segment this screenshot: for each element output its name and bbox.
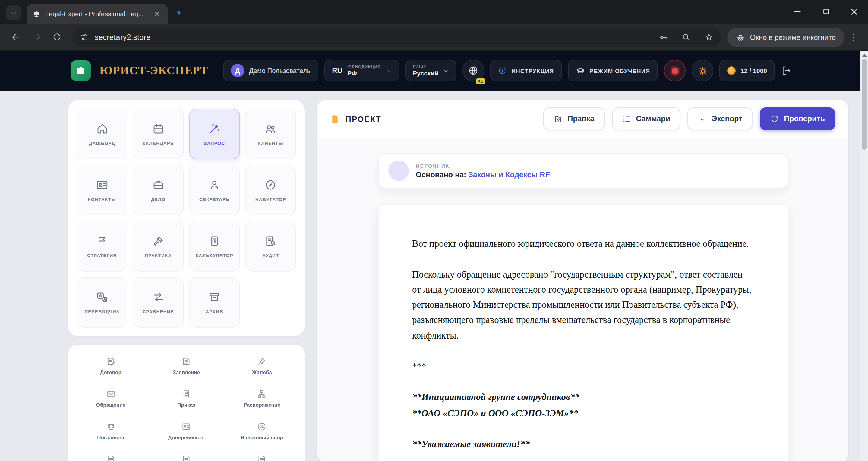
document-icon — [331, 114, 339, 123]
tool-tile-audit[interactable]: АУДИТ — [245, 221, 297, 271]
browser-menu-button[interactable]: ⋮ — [845, 27, 862, 47]
site-settings-icon[interactable] — [80, 33, 89, 41]
instruction-button[interactable]: ИНСТРУКЦИЯ — [490, 60, 562, 82]
source-card: ИСТОЧНИК Основано на: Законы и Кодексы R… — [378, 153, 788, 188]
statement-doc-icon — [182, 356, 191, 366]
search-icon — [681, 33, 690, 41]
tool-tile-navigator[interactable]: НАВИГАТОР — [245, 165, 297, 215]
tool-tile-clients[interactable]: КЛИЕНТЫ — [245, 109, 297, 159]
source-avatar — [388, 161, 408, 181]
tool-tile-practice[interactable]: ПРАКТИКА — [133, 221, 184, 271]
tool-tile-secretary[interactable]: СЕКРЕТАРЬ — [189, 165, 240, 215]
url-text[interactable]: secretary2.store — [95, 33, 649, 41]
back-icon — [10, 32, 21, 42]
person-icon — [208, 178, 221, 191]
tools-grid-card: ДАШБОРД КАЛЕНДАРЬ ЗАПРОС КЛИЕНТЫ КОНТАКТ… — [68, 100, 305, 336]
template-item-order[interactable]: Приказ — [149, 389, 224, 422]
tool-tile-calculator[interactable]: КАЛЬКУЛЯТОР — [189, 221, 240, 271]
tool-tile-dashboard[interactable]: ДАШБОРД — [76, 109, 127, 159]
token-count: 12 / 1000 — [741, 67, 767, 74]
new-tab-button[interactable]: + — [171, 5, 187, 21]
page-scrollbar[interactable] — [861, 51, 868, 461]
template-item-statement[interactable]: Заявление — [149, 356, 224, 389]
template-item[interactable] — [149, 454, 224, 461]
tool-label: КОНТАКТЫ — [88, 196, 116, 202]
edit-button[interactable]: Правка — [543, 107, 604, 130]
language-select[interactable]: ЯЗЫК Русский — [405, 60, 457, 82]
doc-icon — [182, 454, 191, 461]
template-item-directive[interactable]: Распоряжение — [224, 389, 300, 422]
logout-icon[interactable] — [781, 65, 792, 76]
calculator-icon — [208, 234, 221, 247]
chevron-down-icon — [443, 68, 448, 73]
password-manager-button[interactable] — [655, 29, 672, 46]
browser-tab[interactable]: Legal-Expert - Professional Leg... ✕ — [27, 4, 167, 24]
template-item-appeal[interactable]: Обращение — [73, 389, 149, 422]
flag-icon — [96, 234, 108, 247]
alert-button[interactable] — [664, 60, 686, 82]
forward-button[interactable] — [27, 27, 46, 47]
gavel-icon — [152, 234, 165, 247]
globe-button[interactable]: RU — [463, 60, 484, 82]
compare-icon — [152, 291, 165, 303]
doc-paragraph: **Инициативной группе сотрудников** — [412, 389, 753, 404]
scrollbar-thumb[interactable] — [862, 59, 867, 150]
home-icon — [96, 122, 108, 135]
check-button[interactable]: Проверить — [760, 107, 835, 130]
back-button[interactable] — [6, 27, 25, 47]
source-link[interactable]: Законы и Кодексы RF — [468, 170, 550, 179]
briefcase-icon — [152, 178, 165, 191]
project-panel: ПРОЕКТ Правка Саммари Экспорт — [317, 100, 848, 461]
browser-toolbar: secretary2.store Окно в режиме инкогнито… — [0, 24, 868, 51]
tool-tile-contacts[interactable]: КОНТАКТЫ — [76, 165, 127, 215]
draft-document[interactable]: Вот проект официального юридического отв… — [378, 204, 788, 461]
training-mode-button[interactable]: РЕЖИМ ОБУЧЕНИЯ — [568, 60, 658, 82]
tool-tile-translator[interactable]: ПЕРЕВОДЧИК — [76, 277, 127, 328]
tool-label: НАВИГАТОР — [255, 196, 286, 202]
tool-label: ДЕЛО — [151, 196, 165, 202]
template-item-power-of-attorney[interactable]: Доверенность — [149, 422, 224, 454]
window-minimize-button[interactable] — [783, 0, 812, 23]
address-bar[interactable]: secretary2.store — [72, 27, 721, 47]
translate-icon — [96, 291, 108, 303]
contact-card-icon — [96, 178, 108, 191]
tool-tile-calendar[interactable]: КАЛЕНДАРЬ — [133, 109, 184, 159]
template-item[interactable] — [224, 454, 300, 461]
doc-paragraph: Вот проект официального юридического отв… — [412, 236, 753, 251]
template-item-complaint[interactable]: Жалоба — [224, 356, 300, 389]
search-lens-button[interactable] — [678, 29, 694, 46]
user-menu[interactable]: Д Демо Пользователь — [223, 60, 318, 82]
token-counter[interactable]: 12 / 1000 — [719, 60, 775, 82]
template-item[interactable] — [73, 454, 149, 461]
template-item-tax-dispute[interactable]: Налоговый спор — [224, 422, 300, 454]
reload-button[interactable] — [47, 27, 66, 47]
jurisdiction-select[interactable]: RU ЮРИСДИКЦИЯ РФ — [324, 60, 399, 82]
tool-label: КАЛЕНДАРЬ — [142, 140, 174, 146]
window-maximize-button[interactable] — [812, 0, 840, 23]
pin-icon — [257, 356, 267, 366]
scroll-up-icon[interactable] — [862, 54, 867, 57]
tab-search-button[interactable] — [6, 5, 21, 20]
bookmark-button[interactable] — [701, 29, 717, 46]
template-item-contract[interactable]: Договор — [73, 356, 149, 389]
window-close-button[interactable] — [840, 0, 868, 23]
summary-button[interactable]: Саммари — [612, 107, 680, 130]
export-button[interactable]: Экспорт — [688, 107, 752, 130]
tool-label: СТРАТЕГИЯ — [87, 253, 117, 258]
template-item-resolution[interactable]: Постанова — [73, 422, 149, 454]
id-card-icon — [182, 422, 191, 431]
globe-language-badge: RU — [476, 79, 486, 84]
settings-button[interactable] — [692, 60, 713, 82]
tool-tile-strategy[interactable]: СТРАТЕГИЯ — [76, 221, 127, 271]
reload-icon — [52, 33, 61, 41]
appeal-doc-icon — [106, 389, 116, 399]
language-label: ЯЗЫК — [413, 64, 438, 69]
tool-tile-case[interactable]: ДЕЛО — [133, 165, 184, 215]
tool-tile-comparison[interactable]: СРАВНЕНИЕ — [133, 277, 184, 328]
tool-tile-request[interactable]: ЗАПРОС — [189, 109, 240, 159]
tab-close-icon[interactable]: ✕ — [152, 9, 162, 19]
doc-icon — [106, 454, 116, 461]
compass-icon — [265, 178, 277, 191]
app-logo[interactable] — [70, 60, 91, 81]
tool-tile-archive[interactable]: АРХИВ — [189, 277, 240, 328]
